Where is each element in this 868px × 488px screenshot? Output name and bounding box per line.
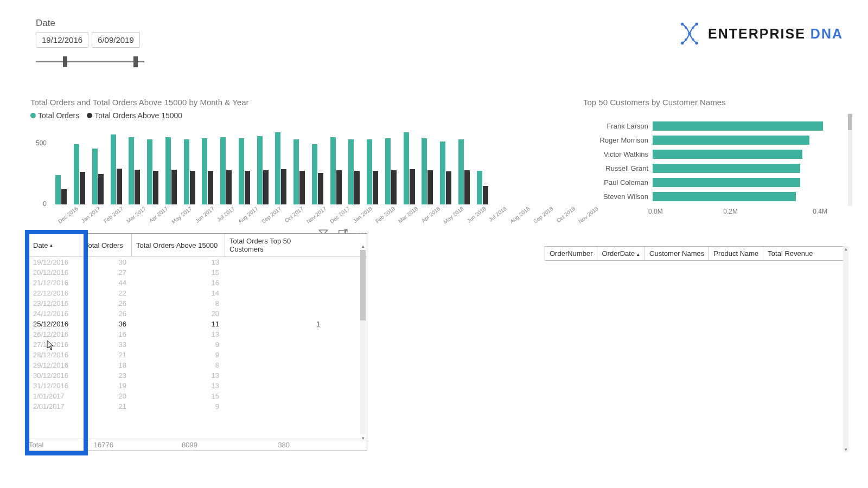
hbar-row[interactable]: Steven Wilson xyxy=(583,189,844,203)
bar-above-15000[interactable] xyxy=(245,171,250,204)
date-range-slider[interactable] xyxy=(36,57,144,65)
bar-total-orders[interactable] xyxy=(458,139,464,204)
bar-group[interactable] xyxy=(71,144,89,204)
bar-above-15000[interactable] xyxy=(263,170,269,204)
table-row[interactable]: 28/12/2016219 xyxy=(29,350,367,360)
bar-above-15000[interactable] xyxy=(61,189,67,204)
slider-handle-start[interactable] xyxy=(63,56,67,67)
bar-total-orders[interactable] xyxy=(312,144,317,204)
bar-group[interactable] xyxy=(52,175,71,204)
bar-total-orders[interactable] xyxy=(275,132,280,204)
bar-total-orders[interactable] xyxy=(184,139,189,204)
hbar-row[interactable]: Paul Coleman xyxy=(583,175,844,189)
bar-group[interactable] xyxy=(418,138,437,204)
bar-above-15000[interactable] xyxy=(354,171,360,204)
matrix-header-top50[interactable]: Total Orders Top 50 Customers xyxy=(225,234,326,256)
matrix-scroll-thumb[interactable] xyxy=(360,250,366,320)
bar-group[interactable] xyxy=(290,139,309,204)
bar-above-15000[interactable] xyxy=(208,171,213,204)
bar-above-15000[interactable] xyxy=(299,171,305,204)
bar-above-15000[interactable] xyxy=(117,169,122,204)
hbar-row[interactable]: Roger Morrison xyxy=(583,133,844,147)
hbar-plot-area[interactable]: Frank LarsonRoger MorrisonVictor Watkins… xyxy=(583,111,844,203)
bar-above-15000[interactable] xyxy=(446,171,451,204)
date-end-input[interactable]: 6/09/2019 xyxy=(92,32,140,48)
table-row[interactable]: 19/12/20163013 xyxy=(29,257,367,267)
table-row[interactable]: 26/12/20161613 xyxy=(29,329,367,339)
bar-group[interactable] xyxy=(309,144,327,204)
bar-group[interactable] xyxy=(345,139,363,204)
hbar-scroll-thumb[interactable] xyxy=(848,114,852,130)
hbar-row[interactable]: Victor Watkins xyxy=(583,147,844,161)
scroll-down-icon[interactable]: ▾ xyxy=(843,447,848,452)
table-row[interactable]: 24/12/20162620 xyxy=(29,309,367,319)
hbar[interactable] xyxy=(653,192,796,201)
hbar-scrollbar[interactable] xyxy=(848,114,852,206)
bar-total-orders[interactable] xyxy=(92,149,98,204)
bar-above-15000[interactable] xyxy=(171,170,177,204)
bar-total-orders[interactable] xyxy=(239,138,244,204)
bar-total-orders[interactable] xyxy=(385,138,391,204)
table-row[interactable]: 27/12/2016339 xyxy=(29,339,367,350)
bar-above-15000[interactable] xyxy=(98,174,104,204)
table-row[interactable]: 30/12/20162313 xyxy=(29,370,367,381)
bar-total-orders[interactable] xyxy=(348,139,354,204)
bar-group[interactable] xyxy=(162,137,181,204)
orders-matrix-table[interactable]: Date▲ Total Orders Total Orders Above 15… xyxy=(28,233,367,451)
bar-above-15000[interactable] xyxy=(391,170,397,204)
bar-total-orders[interactable] xyxy=(257,136,263,204)
table-row[interactable]: 25/12/201636111 xyxy=(29,319,367,329)
bar-above-15000[interactable] xyxy=(427,170,433,204)
bar-above-15000[interactable] xyxy=(373,171,378,204)
table-row[interactable]: 31/12/20161913 xyxy=(29,381,367,391)
hbar[interactable] xyxy=(653,178,800,187)
bar-total-orders[interactable] xyxy=(422,138,427,204)
bar-total-orders[interactable] xyxy=(330,137,336,204)
bar-group[interactable] xyxy=(89,149,107,204)
bar-total-orders[interactable] xyxy=(74,144,79,204)
bar-total-orders[interactable] xyxy=(147,139,152,204)
hbar[interactable] xyxy=(653,121,823,131)
bar-group[interactable] xyxy=(144,139,162,204)
bar-group[interactable] xyxy=(382,138,400,204)
matrix-header-date[interactable]: Date▲ xyxy=(29,234,80,256)
bar-above-15000[interactable] xyxy=(410,169,415,204)
bar-group[interactable] xyxy=(363,139,382,204)
bar-total-orders[interactable] xyxy=(111,134,116,204)
bar-group[interactable] xyxy=(125,137,144,204)
bar-group[interactable] xyxy=(400,132,418,204)
table-row[interactable]: 23/12/2016268 xyxy=(29,298,367,309)
bar-above-15000[interactable] xyxy=(135,170,140,204)
bar-total-orders[interactable] xyxy=(129,137,134,204)
matrix-header-above-15000[interactable]: Total Orders Above 15000 xyxy=(132,234,225,256)
orders-bar-chart[interactable]: Total Orders and Total Orders Above 1500… xyxy=(30,98,492,204)
rtable-header-ordernumber[interactable]: OrderNumber xyxy=(545,247,597,260)
table-row[interactable]: 21/12/20164416 xyxy=(29,278,367,288)
bar-total-orders[interactable] xyxy=(220,137,226,204)
bar-above-15000[interactable] xyxy=(464,170,470,204)
scroll-up-icon[interactable]: ▴ xyxy=(843,246,848,252)
table-row[interactable]: 29/12/2016188 xyxy=(29,360,367,370)
bar-above-15000[interactable] xyxy=(153,171,158,204)
rtable-header-orderdate[interactable]: OrderDate▲ xyxy=(597,247,645,260)
bar-group[interactable] xyxy=(217,137,235,204)
bar-above-15000[interactable] xyxy=(226,170,232,204)
slider-handle-end[interactable] xyxy=(133,56,138,67)
bar-total-orders[interactable] xyxy=(55,175,61,204)
bar-total-orders[interactable] xyxy=(477,171,482,204)
bar-group[interactable] xyxy=(437,142,455,204)
bar-above-15000[interactable] xyxy=(281,169,286,204)
rtable-header-product[interactable]: Product Name xyxy=(709,247,763,260)
hbar[interactable] xyxy=(653,136,809,145)
bar-above-15000[interactable] xyxy=(336,170,342,204)
top50-customers-chart[interactable]: Top 50 Customers by Customer Names Frank… xyxy=(583,98,844,215)
bar-total-orders[interactable] xyxy=(367,139,372,204)
bar-above-15000[interactable] xyxy=(190,171,195,204)
hbar[interactable] xyxy=(653,150,802,159)
rtable-scrollbar[interactable]: ▴ ▾ xyxy=(843,246,848,452)
hbar-row[interactable]: Frank Larson xyxy=(583,119,844,133)
bar-above-15000[interactable] xyxy=(318,173,323,204)
bar-group[interactable] xyxy=(235,138,254,204)
table-row[interactable]: 20/12/20162715 xyxy=(29,267,367,278)
table-row[interactable]: 22/12/20162214 xyxy=(29,288,367,298)
